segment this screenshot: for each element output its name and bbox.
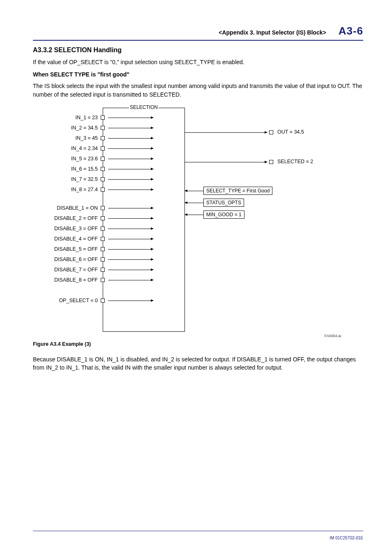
arrow-icon: [108, 259, 153, 260]
in-label: IN_6 = 15.5: [36, 166, 98, 172]
arrow-icon: [108, 229, 153, 229]
in-label: IN_7 = 32.5: [36, 176, 98, 182]
arrow-icon: [185, 191, 203, 191]
disable-label: DISABLE_1 = ON: [36, 205, 98, 211]
port-icon: [101, 216, 105, 220]
port-icon: [101, 257, 105, 261]
arrow-icon: [108, 249, 153, 250]
selected-label: SELECTED = 2: [277, 159, 313, 164]
disable-label: DISABLE_8 = OFF: [36, 277, 98, 283]
diagram: SELECTION IN_1 = 23 IN_2 = 34.5 IN_3 = 4…: [33, 104, 341, 338]
disable-label: DISABLE_7 = OFF: [36, 267, 98, 273]
port-icon: [101, 268, 105, 272]
in-label: IN_8 = 27.4: [36, 187, 98, 192]
heading-3: A3.3.2 SELECTION Handling: [33, 46, 363, 54]
paragraph: Because DISABLE_1 is ON, IN_1 is disable…: [33, 355, 363, 372]
arrow-icon: [108, 118, 153, 118]
min-good-box: MIN_GOOD = 1: [203, 210, 244, 219]
port-icon: [101, 237, 105, 241]
select-type-box: SELECT_TYPE = First Good: [203, 187, 272, 195]
port-icon: [101, 298, 105, 303]
page: <Appendix 3. Input Selector (IS) Block> …: [0, 0, 392, 555]
heading-4: When SELECT TYPE is "first good": [33, 71, 363, 78]
arrow-icon: [108, 190, 153, 190]
arrow-icon: [108, 280, 153, 280]
arrow-icon: [108, 208, 153, 208]
arrow-icon: [108, 138, 153, 139]
disable-label: DISABLE_6 = OFF: [36, 257, 98, 262]
arrow-icon: [108, 128, 153, 128]
arrow-icon: [108, 148, 153, 149]
port-icon: [101, 136, 105, 140]
port-icon: [101, 146, 105, 150]
in-label: IN_3 = 45: [36, 135, 98, 141]
port-icon: [101, 187, 105, 192]
op-select-label: OP_SELECT = 0: [36, 298, 98, 303]
port-icon: [101, 247, 105, 251]
port-icon: [101, 116, 105, 120]
disable-label: DISABLE_3 = OFF: [36, 226, 98, 231]
port-icon: [269, 130, 273, 134]
paragraph: The IS block selects the input with the …: [33, 82, 363, 99]
footer-doc-id: IM 01C25T02-01E: [330, 536, 363, 540]
paragraph: If the value of OP_SELECT is "0," input …: [33, 58, 363, 66]
port-icon: [101, 278, 105, 282]
status-opts-box: STATUS_OPTS: [203, 199, 244, 207]
in-label: IN_2 = 34.5: [36, 125, 98, 131]
figure-ref: FA0304.ai: [324, 334, 341, 338]
arrow-icon: [185, 162, 267, 162]
out-label: OUT = 34.5: [277, 129, 304, 135]
selection-block: [103, 108, 185, 332]
arrow-icon: [185, 215, 203, 215]
selection-title: SELECTION: [129, 104, 159, 110]
port-icon: [101, 206, 105, 210]
header-section: <Appendix 3. Input Selector (IS) Block>: [219, 29, 326, 36]
disable-label: DISABLE_4 = OFF: [36, 236, 98, 242]
disable-label: DISABLE_5 = OFF: [36, 246, 98, 252]
in-label: IN_5 = 23.6: [36, 156, 98, 162]
page-number: A3-6: [339, 25, 363, 37]
arrow-icon: [108, 218, 153, 219]
arrow-icon: [108, 301, 153, 301]
in-label: IN_1 = 23: [36, 115, 98, 120]
arrow-icon: [108, 239, 153, 239]
port-icon: [101, 126, 105, 130]
disable-label: DISABLE_2 = OFF: [36, 215, 98, 221]
arrow-icon: [108, 179, 153, 180]
figure-caption: Figure A3.4 Example (3): [33, 341, 363, 347]
port-icon: [101, 227, 105, 231]
arrow-icon: [108, 169, 153, 169]
port-icon: [101, 167, 105, 171]
port-icon: [101, 157, 105, 161]
figure: SELECTION IN_1 = 23 IN_2 = 34.5 IN_3 = 4…: [33, 104, 363, 338]
port-icon: [101, 177, 105, 181]
in-label: IN_4 = 2.34: [36, 146, 98, 151]
arrow-icon: [185, 132, 267, 133]
arrow-icon: [108, 159, 153, 159]
page-header: <Appendix 3. Input Selector (IS) Block> …: [33, 25, 363, 41]
footer-rule: [33, 531, 363, 531]
port-icon: [269, 160, 273, 164]
arrow-icon: [185, 203, 203, 203]
arrow-icon: [108, 270, 153, 270]
